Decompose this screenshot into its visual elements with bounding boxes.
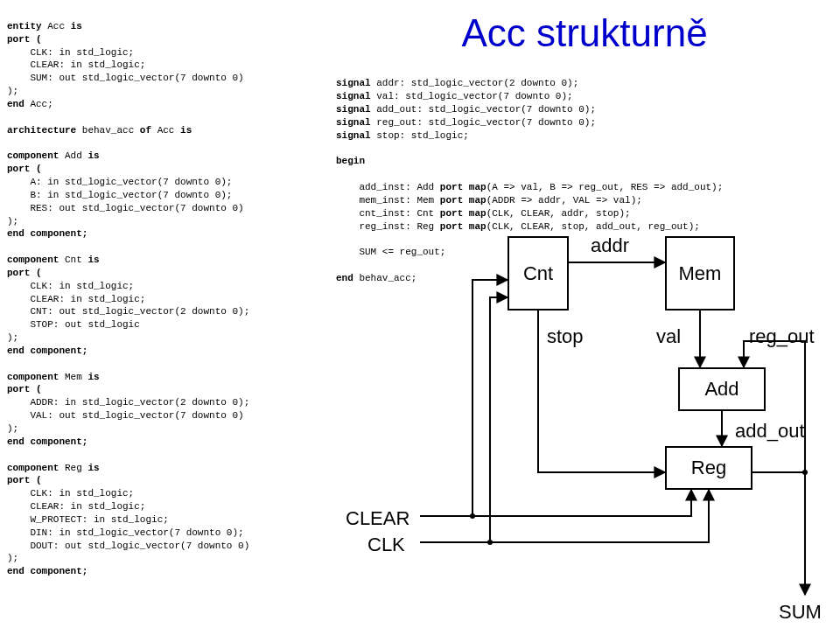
kw: entity [7, 21, 42, 31]
kw: end component; [7, 566, 88, 576]
kw: port ( [7, 384, 42, 394]
kw: is [88, 463, 99, 473]
txt: W_PROTECT: in std_logic; [7, 514, 169, 525]
txt [7, 450, 13, 460]
block-diagram: Cnt Mem Add Reg CLEAR CLK addr stop val … [332, 227, 822, 630]
kw: is [71, 21, 82, 31]
sum-label: SUM [779, 599, 822, 625]
txt: RES: out std_logic_vector(7 downto 0) [7, 203, 244, 213]
txt [7, 359, 13, 369]
kw: port ( [7, 475, 42, 485]
slide-title: Acc strukturně [336, 7, 833, 59]
addout-label: add_out [735, 418, 805, 444]
kw: signal [336, 117, 371, 128]
txt: CLK: in std_logic; [7, 47, 134, 58]
txt: Acc [151, 125, 180, 136]
txt: CLK: in std_logic; [7, 488, 134, 499]
txt: Add [59, 150, 88, 161]
clk-label: CLK [368, 532, 405, 558]
val-label: val [656, 324, 681, 350]
txt: CLEAR: in std_logic; [7, 501, 145, 512]
txt: mem_inst: Mem [336, 195, 440, 206]
kw: is [88, 150, 99, 161]
txt: A: in std_logic_vector(7 downto 0); [7, 177, 232, 187]
kw: signal [336, 130, 371, 141]
txt: (CLK, CLEAR, addr, stop); [486, 208, 631, 219]
kw: is [180, 125, 192, 136]
kw: port ( [7, 268, 42, 278]
left-code-block: entity Acc is port ( CLK: in std_logic; … [0, 0, 332, 585]
kw: is [88, 372, 99, 382]
svg-point-0 [470, 513, 475, 519]
txt [7, 241, 13, 252]
txt: ); [7, 553, 18, 563]
txt: DIN: in std_logic_vector(7 downto 0); [7, 527, 244, 538]
txt: add_out: std_logic_vector(7 downto 0); [371, 104, 596, 115]
kw: component [7, 463, 59, 473]
kw: signal [336, 78, 371, 88]
txt: Cnt [59, 255, 88, 265]
txt: STOP: out std_logic [7, 319, 140, 330]
kw: port map [440, 208, 486, 219]
clear-label: CLEAR [346, 506, 410, 532]
kw: signal [336, 91, 371, 101]
kw: of [140, 125, 151, 136]
stop-label: stop [547, 324, 584, 350]
txt: VAL: out std_logic_vector(7 downto 0) [7, 410, 244, 421]
txt: behav_acc [76, 125, 140, 136]
kw: end component; [7, 345, 88, 356]
txt: (A => val, B => reg_out, RES => add_out)… [486, 182, 724, 192]
addr-label: addr [591, 233, 629, 259]
txt: cnt_inst: Cnt [336, 208, 440, 219]
txt: ); [7, 216, 18, 227]
kw: port ( [7, 164, 42, 174]
txt [7, 137, 13, 148]
regout-label: reg_out [749, 324, 815, 350]
txt: ); [7, 332, 18, 343]
txt: CLK: in std_logic; [7, 281, 134, 291]
txt: B: in std_logic_vector(7 downto 0); [7, 190, 232, 200]
kw: port map [440, 195, 486, 206]
txt: Acc [42, 21, 71, 31]
txt: ); [7, 423, 18, 434]
kw: signal [336, 104, 371, 115]
svg-point-2 [802, 470, 808, 475]
txt: Reg [59, 463, 88, 473]
txt: CLEAR: in std_logic; [7, 294, 145, 304]
txt: reg_out: std_logic_vector(7 downto 0); [371, 117, 596, 128]
txt: CLEAR: in std_logic; [7, 59, 145, 70]
kw: end [7, 99, 24, 109]
add-block: Add [678, 367, 766, 411]
kw: is [88, 255, 99, 265]
kw: port map [440, 182, 486, 192]
txt: addr: std_logic_vector(2 downto 0); [371, 78, 579, 88]
txt: Mem [59, 372, 88, 382]
txt: stop: std_logic; [371, 130, 469, 141]
txt: val: std_logic_vector(7 downto 0); [371, 91, 573, 101]
signal-block: signal addr: std_logic_vector(2 downto 0… [336, 64, 833, 142]
txt: add_inst: Add [336, 182, 440, 192]
txt: ADDR: in std_logic_vector(2 downto 0); [7, 397, 249, 408]
kw: architecture [7, 125, 76, 136]
cnt-block: Cnt [508, 236, 569, 311]
txt: CNT: out std_logic_vector(2 downto 0); [7, 306, 249, 317]
txt: ); [7, 86, 18, 96]
kw: component [7, 150, 59, 161]
reg-block: Reg [665, 446, 752, 490]
txt: DOUT: out std_logic_vector(7 downto 0) [7, 541, 249, 551]
mem-block: Mem [665, 236, 735, 311]
kw: component [7, 372, 59, 382]
kw: end component; [7, 436, 88, 447]
txt: (ADDR => addr, VAL => val); [486, 195, 642, 206]
svg-point-1 [487, 540, 493, 545]
kw: end component; [7, 228, 88, 239]
kw: port ( [7, 34, 42, 45]
txt: Acc; [24, 99, 53, 109]
kw: component [7, 255, 59, 265]
txt [7, 112, 13, 122]
txt: SUM: out std_logic_vector(7 downto 0) [7, 73, 244, 83]
kw: begin [336, 156, 365, 166]
right-column: Acc strukturně signal addr: std_logic_ve… [332, 0, 840, 585]
